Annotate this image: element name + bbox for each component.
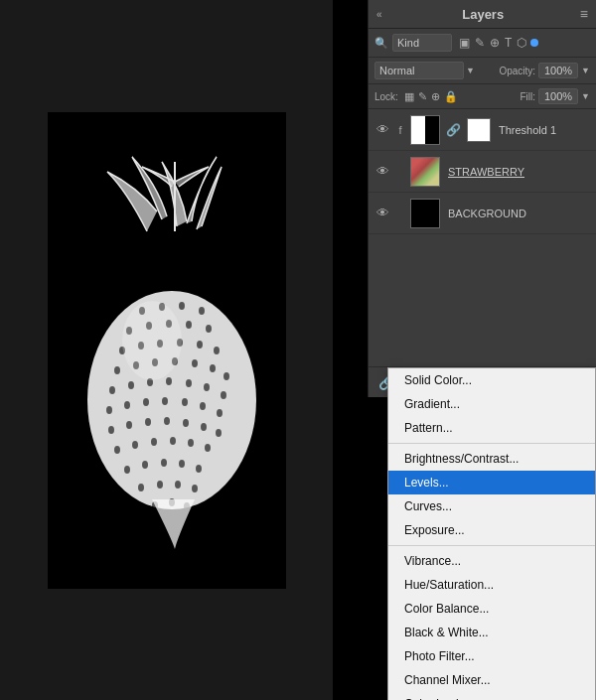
svg-point-36 <box>182 398 188 406</box>
svg-point-24 <box>224 372 229 380</box>
svg-point-59 <box>175 481 181 489</box>
visibility-icon-threshold[interactable]: 👁 <box>374 122 390 137</box>
svg-point-43 <box>183 419 189 427</box>
filter-text-btn[interactable]: T <box>504 35 513 51</box>
svg-point-41 <box>145 418 151 426</box>
svg-point-52 <box>124 466 130 474</box>
filter-active-dot <box>530 39 538 47</box>
svg-point-46 <box>114 446 120 454</box>
svg-point-50 <box>188 439 194 447</box>
menu-item-channel-mixer---[interactable]: Channel Mixer... <box>388 668 595 692</box>
blend-mode-row: Normal Dissolve Multiply Screen Overlay … <box>369 58 596 84</box>
panel-title: Layers <box>462 7 504 22</box>
svg-point-5 <box>179 302 185 310</box>
menu-item-gradient---[interactable]: Gradient... <box>388 392 595 416</box>
menu-item-color-lookup---[interactable]: Color Lookup... <box>388 692 595 700</box>
dropdown-menu: Solid Color...Gradient...Pattern...Brigh… <box>387 367 596 700</box>
menu-item-photo-filter---[interactable]: Photo Filter... <box>388 644 595 668</box>
filter-brush-btn[interactable]: ✎ <box>474 35 486 51</box>
layer-name-background: BACKGROUND <box>448 208 590 219</box>
svg-point-49 <box>170 437 176 445</box>
layer-row-strawberry[interactable]: 👁 STRAWBERRY <box>369 151 596 193</box>
canvas-area <box>0 0 333 700</box>
menu-separator <box>388 443 595 444</box>
svg-point-57 <box>138 484 144 491</box>
opacity-label: Opacity: <box>499 66 535 76</box>
svg-point-47 <box>132 441 138 449</box>
menu-item-vibrance---[interactable]: Vibrance... <box>388 549 595 573</box>
link-icon-threshold: f <box>394 124 406 136</box>
svg-point-55 <box>179 460 185 468</box>
svg-point-44 <box>201 423 207 431</box>
svg-point-37 <box>200 402 206 410</box>
svg-point-28 <box>166 377 172 385</box>
svg-point-58 <box>157 481 163 489</box>
menu-item-exposure---[interactable]: Exposure... <box>388 518 595 542</box>
panel-header: « Layers ≡ <box>369 0 596 29</box>
menu-item-levels---[interactable]: Levels... <box>388 471 595 494</box>
menu-item-hue-saturation---[interactable]: Hue/Saturation... <box>388 573 595 597</box>
menu-item-curves---[interactable]: Curves... <box>388 494 595 518</box>
menu-item-color-balance---[interactable]: Color Balance... <box>388 597 595 621</box>
lock-label: Lock: <box>374 91 398 102</box>
chain-icon-threshold: 🔗 <box>446 123 461 137</box>
lock-icons: ▦ ✎ ⊕ 🔒 <box>404 90 458 103</box>
layers-list: 👁 f 🔗 Threshold 1 👁 STRAWBERRY 👁 BACKGRO <box>369 109 596 234</box>
svg-point-16 <box>197 341 203 349</box>
menu-item-black---white---[interactable]: Black & White... <box>388 621 595 644</box>
kind-dropdown[interactable]: Kind Name Effect Mode Attribute Color <box>392 34 452 52</box>
layer-row-background[interactable]: 👁 BACKGROUND <box>369 193 596 234</box>
menu-item-brightness-contrast---[interactable]: Brightness/Contrast... <box>388 447 595 471</box>
opacity-value[interactable]: 100% <box>538 63 578 78</box>
svg-point-60 <box>192 485 198 492</box>
filter-icons: ▣ ✎ ⊕ T ⬡ <box>458 35 538 51</box>
lock-row: Lock: ▦ ✎ ⊕ 🔒 Fill: 100% ▼ <box>369 84 596 109</box>
lock-all-btn[interactable]: 🔒 <box>444 90 458 103</box>
svg-point-35 <box>162 397 168 405</box>
search-icon: 🔍 <box>374 37 388 50</box>
panel-collapse-icon[interactable]: « <box>376 9 382 20</box>
strawberry-illustration <box>48 112 286 589</box>
svg-point-33 <box>124 401 130 409</box>
svg-point-17 <box>214 347 220 354</box>
svg-point-31 <box>221 391 226 399</box>
visibility-icon-strawberry[interactable]: 👁 <box>374 164 390 179</box>
svg-point-56 <box>196 465 202 473</box>
filter-shape-btn[interactable]: ⬡ <box>516 35 527 51</box>
svg-point-23 <box>210 364 216 372</box>
filter-pixel-btn[interactable]: ▣ <box>458 35 471 51</box>
visibility-icon-background[interactable]: 👁 <box>374 206 390 220</box>
lock-pixels-btn[interactable]: ▦ <box>404 90 414 103</box>
search-row: 🔍 Kind Name Effect Mode Attribute Color … <box>369 29 596 58</box>
menu-separator <box>388 545 595 546</box>
svg-point-42 <box>164 417 170 425</box>
filter-adjust-btn[interactable]: ⊕ <box>489 35 501 51</box>
panel-menu-icon[interactable]: ≡ <box>580 6 588 22</box>
fill-value[interactable]: 100% <box>538 88 578 104</box>
svg-point-34 <box>143 398 149 406</box>
thumbnail-threshold <box>410 115 440 145</box>
lock-move-btn[interactable]: ⊕ <box>431 90 440 103</box>
fill-arrow-icon: ▼ <box>581 91 590 101</box>
fill-section: Fill: 100% ▼ <box>521 88 590 104</box>
svg-point-48 <box>151 438 157 446</box>
svg-point-32 <box>106 406 112 414</box>
svg-point-45 <box>216 429 222 437</box>
fill-label: Fill: <box>521 91 536 102</box>
svg-point-26 <box>128 381 134 389</box>
menu-item-solid-color---[interactable]: Solid Color... <box>388 368 595 392</box>
blend-mode-dropdown[interactable]: Normal Dissolve Multiply Screen Overlay <box>374 62 464 79</box>
svg-point-6 <box>199 307 205 315</box>
menu-item-pattern---[interactable]: Pattern... <box>388 416 595 440</box>
opacity-section: Opacity: 100% ▼ <box>499 63 590 78</box>
svg-point-18 <box>114 366 120 374</box>
thumbnail-strawberry <box>410 157 440 187</box>
thumbnail-background <box>410 199 440 228</box>
layer-row-threshold[interactable]: 👁 f 🔗 Threshold 1 <box>369 109 596 151</box>
svg-point-39 <box>108 426 114 434</box>
svg-point-11 <box>206 325 212 333</box>
svg-point-29 <box>186 379 192 387</box>
svg-point-38 <box>217 409 223 417</box>
lock-paint-btn[interactable]: ✎ <box>418 90 427 103</box>
blend-arrow-icon: ▼ <box>466 66 475 75</box>
